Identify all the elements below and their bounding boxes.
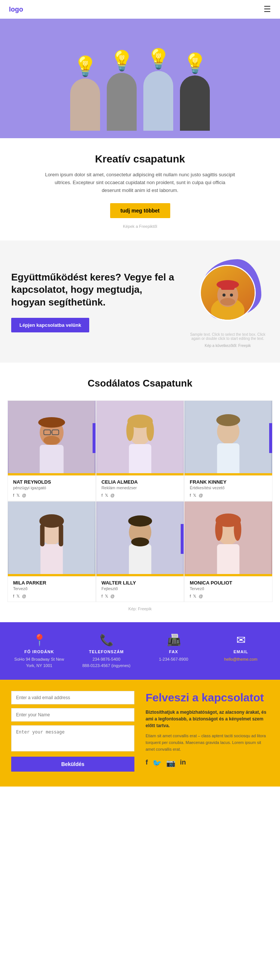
svg-point-25 — [216, 414, 240, 426]
menu-icon[interactable]: ☰ — [264, 5, 271, 14]
facebook-icon-2[interactable]: f — [102, 493, 103, 498]
svg-rect-18 — [129, 444, 151, 476]
social-icons-6: f 𝕏 @ — [190, 594, 267, 599]
contact-info-fax: 📠 FAX 1-234-567-8900 — [142, 633, 205, 668]
twitter-icon-1[interactable]: 𝕏 — [16, 493, 20, 498]
team-photo-2 — [96, 401, 184, 476]
facebook-icon-1[interactable]: f — [13, 493, 14, 498]
contact-button[interactable]: Lépjen kapcsolatba velünk — [11, 318, 89, 332]
yellow-bar-6 — [185, 574, 272, 576]
svg-point-15 — [43, 436, 60, 445]
logo: logo — [9, 6, 23, 13]
team-card-1: NAT REYNOLDS pénzügyi igazgató f 𝕏 @ — [8, 400, 96, 501]
footer-instagram-icon[interactable]: 📷 — [166, 759, 175, 767]
form-body: Etiam sit amet convallis erat – class ap… — [146, 733, 269, 752]
name-field[interactable] — [11, 708, 134, 722]
svg-point-6 — [230, 294, 233, 296]
footer-twitter-icon[interactable]: 🐦 — [152, 759, 162, 767]
learn-more-button[interactable]: tudj meg többet — [110, 203, 170, 218]
hero-person-4: 💡 — [180, 52, 210, 131]
office-label: FŐ IRODÁNK — [24, 649, 54, 654]
twitter-icon-4[interactable]: 𝕏 — [16, 594, 20, 599]
team-info-4: MILA PARKER Tervező f 𝕏 @ — [8, 576, 95, 602]
intro-title: Kreatív csapatunk — [45, 153, 235, 165]
person-circle-inner — [201, 266, 255, 320]
svg-point-7 — [220, 298, 235, 305]
team-info-5: WALTER LILLY Fejlesztő f 𝕏 @ — [96, 576, 184, 602]
member-name-5: WALTER LILLY — [102, 580, 179, 585]
footer-facebook-icon[interactable]: f — [146, 759, 148, 767]
email-field[interactable] — [11, 691, 134, 705]
email-icon: ✉ — [236, 633, 246, 646]
instagram-icon-2[interactable]: @ — [110, 493, 115, 498]
contact-info-phone: 📞 TELEFONSZÁM 234-9876-5400 888-0123-456… — [75, 633, 138, 668]
team-person-6-svg — [185, 501, 272, 576]
twitter-icon-3[interactable]: 𝕏 — [193, 493, 196, 498]
team-freepik-caption: Kép: Freepik — [8, 602, 272, 615]
member-name-2: CELIA ALMEDA — [102, 479, 179, 485]
member-role-2: Reklám menedzser — [102, 485, 179, 490]
instagram-icon-1[interactable]: @ — [22, 493, 26, 498]
member-role-1: pénzügyi igazgató — [13, 485, 90, 490]
bulb-icon-3: 💡 — [146, 48, 170, 70]
svg-point-35 — [128, 515, 152, 527]
blue-side-bar-5 — [181, 524, 184, 554]
person-silhouette-4 — [180, 75, 210, 131]
team-photo-1 — [8, 401, 95, 476]
team-card-5: WALTER LILLY Fejlesztő f 𝕏 @ — [96, 501, 185, 602]
facebook-icon-4[interactable]: f — [13, 594, 14, 599]
cooperation-right: Sample text. Click to select the text bo… — [187, 255, 269, 348]
email-value: hello@theme.com — [224, 656, 258, 663]
social-icons-1: f 𝕏 @ — [13, 493, 90, 498]
member-name-4: MILA PARKER — [13, 580, 90, 585]
team-person-5-svg — [96, 501, 184, 576]
send-button[interactable]: Beküldés — [11, 757, 134, 772]
svg-rect-10 — [40, 445, 64, 476]
social-icons-5: f 𝕏 @ — [102, 594, 179, 599]
hero-person-2: 💡 — [107, 49, 137, 131]
team-person-4-svg — [8, 501, 95, 576]
team-photo-6 — [185, 501, 272, 576]
member-name-3: FRANK KINNEY — [190, 479, 267, 485]
office-value: SoHo 94 Broadway St New York, NY 1001 — [14, 656, 64, 668]
instagram-icon-5[interactable]: @ — [110, 594, 115, 599]
person-silhouette-3 — [143, 71, 173, 131]
twitter-icon-2[interactable]: 𝕏 — [105, 493, 108, 498]
svg-point-11 — [38, 417, 65, 428]
person-illustration — [202, 266, 254, 320]
bulb-icon-2: 💡 — [110, 49, 134, 72]
team-info-3: FRANK KINNEY Értékesítési vezető f 𝕏 @ — [185, 476, 272, 501]
member-role-4: Tervező — [13, 586, 90, 591]
social-icons-3: f 𝕏 @ — [190, 493, 267, 498]
svg-point-41 — [215, 519, 223, 541]
instagram-icon-4[interactable]: @ — [22, 594, 26, 599]
fax-icon: 📠 — [167, 633, 181, 646]
instagram-icon-6[interactable]: @ — [199, 594, 203, 599]
yellow-bar-1 — [8, 473, 95, 476]
intro-freepik-caption: Képek a Freepiktől — [123, 224, 157, 229]
svg-point-42 — [234, 519, 242, 541]
svg-rect-39 — [217, 544, 240, 576]
svg-rect-31 — [59, 524, 63, 546]
team-card-2: CELIA ALMEDA Reklám menedzser f 𝕏 @ — [96, 400, 185, 501]
team-card-3: FRANK KINNEY Értékesítési vezető f 𝕏 @ — [184, 400, 272, 501]
hero-section: 💡 💡 💡 💡 — [0, 19, 280, 138]
yellow-bar-3 — [185, 473, 272, 476]
facebook-icon-5[interactable]: f — [102, 594, 103, 599]
footer-linkedin-icon[interactable]: in — [180, 759, 186, 767]
svg-rect-30 — [40, 524, 45, 546]
member-role-5: Fejlesztő — [102, 586, 179, 591]
instagram-icon-3[interactable]: @ — [199, 493, 203, 498]
twitter-icon-6[interactable]: 𝕏 — [193, 594, 196, 599]
yellow-bar-5 — [96, 574, 184, 576]
twitter-icon-5[interactable]: 𝕏 — [105, 594, 108, 599]
facebook-icon-3[interactable]: f — [190, 493, 191, 498]
svg-point-36 — [131, 538, 149, 546]
svg-rect-4 — [221, 282, 234, 290]
facebook-icon-6[interactable]: f — [190, 594, 191, 599]
fax-value: 1-234-567-8900 — [159, 656, 188, 663]
hero-person-3: 💡 — [143, 48, 173, 131]
intro-section: Kreatív csapatunk Lorem ipsum dolor sit … — [0, 138, 280, 240]
bulb-icon-4: 💡 — [183, 52, 207, 75]
message-field[interactable] — [11, 725, 134, 751]
